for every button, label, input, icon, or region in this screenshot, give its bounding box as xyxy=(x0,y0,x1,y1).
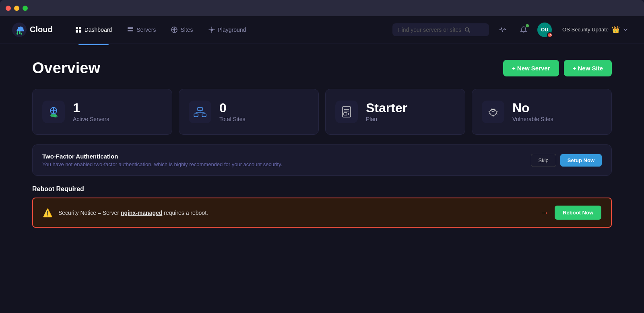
notification-btn[interactable] xyxy=(516,23,531,37)
nav-right: Find your servers or sites OU xyxy=(392,23,632,37)
total-sites-info: 0 Total Sites xyxy=(219,101,246,122)
window-chrome xyxy=(0,0,644,16)
network-icon xyxy=(192,104,208,119)
servers-icon xyxy=(127,27,134,33)
active-servers-icon-wrap xyxy=(42,101,65,123)
svg-point-33 xyxy=(490,109,496,115)
svg-rect-5 xyxy=(76,30,78,33)
svg-line-35 xyxy=(489,111,490,112)
nav-playground-label: Playground xyxy=(218,27,246,33)
svg-point-34 xyxy=(492,109,494,112)
svg-line-38 xyxy=(496,113,497,114)
vulnerable-icon-wrap xyxy=(482,101,504,123)
two-factor-desc: You have not enabled two-factor authenti… xyxy=(42,161,282,167)
svg-line-37 xyxy=(489,113,490,114)
vulnerable-info: No Vulnerable Sites xyxy=(512,101,553,122)
total-sites-icon-wrap xyxy=(189,101,211,123)
header-actions: + New Server + New Site xyxy=(503,60,612,76)
main-content: Overview + New Server + New Site xyxy=(0,43,644,244)
search-placeholder: Find your servers or sites xyxy=(398,27,461,33)
svg-rect-30 xyxy=(344,113,347,115)
playground-icon xyxy=(208,27,215,33)
notification-dot xyxy=(526,24,529,27)
chevron-down-icon xyxy=(623,27,628,32)
avatar-badge-text: TA xyxy=(548,33,552,36)
svg-rect-20 xyxy=(198,107,202,111)
total-sites-label: Total Sites xyxy=(219,116,246,122)
app-container: Cloud Dashboard Servers xyxy=(0,16,644,313)
logo[interactable]: Cloud xyxy=(12,23,53,37)
svg-point-13 xyxy=(211,29,213,31)
logo-text: Cloud xyxy=(30,25,53,34)
warning-icon: ⚠️ xyxy=(43,208,53,218)
avatar-initials: OU xyxy=(541,27,548,33)
reboot-section: Reboot Required ⚠️ Security Notice – Ser… xyxy=(32,185,612,228)
search-bar[interactable]: Find your servers or sites xyxy=(392,23,489,36)
svg-point-19 xyxy=(54,115,58,117)
svg-rect-21 xyxy=(194,114,198,117)
active-servers-info: 1 Active Servers xyxy=(73,101,109,122)
dot-maximize[interactable] xyxy=(23,6,28,11)
avatar-badge: TA xyxy=(547,32,553,38)
reboot-banner: ⚠️ Security Notice – Server nginx-manage… xyxy=(32,198,612,228)
os-update-label: OS Security Update xyxy=(562,27,609,33)
svg-point-9 xyxy=(132,28,132,29)
setup-now-button[interactable]: Setup Now xyxy=(560,154,602,167)
reboot-notice-text: Security Notice – Server nginx-managed r… xyxy=(58,210,208,216)
page-title: Overview xyxy=(32,60,100,77)
nav-dashboard-label: Dashboard xyxy=(85,27,112,33)
reboot-suffix: requires a reboot. xyxy=(162,210,208,216)
crown-icon: 👑 xyxy=(612,26,620,33)
new-server-label: + New Server xyxy=(512,65,550,72)
dot-minimize[interactable] xyxy=(14,6,19,11)
navbar: Cloud Dashboard Servers xyxy=(0,16,644,43)
new-site-label: + New Site xyxy=(573,65,603,72)
plan-icon-wrap xyxy=(335,101,358,123)
stat-card-vulnerable: No Vulnerable Sites xyxy=(472,89,612,135)
svg-rect-27 xyxy=(343,107,351,117)
vulnerable-number: No xyxy=(512,101,553,114)
total-sites-number: 0 xyxy=(219,101,246,114)
reboot-notice: ⚠️ Security Notice – Server nginx-manage… xyxy=(43,208,208,218)
reboot-actions: → Reboot Now xyxy=(540,206,601,220)
skip-button[interactable]: Skip xyxy=(531,154,556,167)
svg-rect-4 xyxy=(79,27,81,29)
vulnerable-label: Vulnerable Sites xyxy=(512,116,553,122)
stats-grid: 1 Active Servers xyxy=(32,89,612,135)
svg-point-10 xyxy=(132,30,132,31)
stat-card-plan: Starter Plan xyxy=(325,89,465,135)
two-factor-actions: Skip Setup Now xyxy=(531,154,602,167)
nav-item-servers[interactable]: Servers xyxy=(121,23,162,36)
server-name-link[interactable]: nginx-managed xyxy=(121,210,162,216)
avatar[interactable]: OU TA xyxy=(537,23,552,37)
nav-links: Dashboard Servers Sites xyxy=(69,23,392,36)
reboot-prefix: Security Notice – Server xyxy=(58,210,121,216)
nav-sites-label: Sites xyxy=(180,27,193,33)
reboot-now-button[interactable]: Reboot Now xyxy=(555,206,601,220)
os-update-btn[interactable]: OS Security Update 👑 xyxy=(558,23,632,36)
arrow-right-icon: → xyxy=(540,208,549,218)
globe-servers-icon xyxy=(46,104,61,119)
reboot-title: Reboot Required xyxy=(32,185,612,193)
svg-rect-3 xyxy=(76,27,78,29)
bug-icon xyxy=(486,105,500,119)
dot-close[interactable] xyxy=(6,6,11,11)
active-servers-label: Active Servers xyxy=(73,116,109,122)
svg-line-36 xyxy=(496,111,497,112)
plan-label: Plan xyxy=(366,116,407,122)
activity-icon-btn[interactable] xyxy=(495,23,510,37)
two-factor-title: Two-Factor Authentication xyxy=(42,153,282,160)
new-site-button[interactable]: + New Site xyxy=(564,60,612,76)
nav-item-playground[interactable]: Playground xyxy=(202,23,253,36)
search-icon xyxy=(464,27,470,33)
nav-item-dashboard[interactable]: Dashboard xyxy=(69,23,119,36)
nav-servers-label: Servers xyxy=(136,27,156,33)
two-factor-alert: Two-Factor Authentication You have not e… xyxy=(32,144,612,176)
new-server-button[interactable]: + New Server xyxy=(503,60,559,76)
svg-line-15 xyxy=(469,31,470,32)
dashboard-icon xyxy=(75,27,82,33)
stat-card-active-servers: 1 Active Servers xyxy=(32,89,172,135)
svg-point-1 xyxy=(17,33,18,35)
svg-rect-22 xyxy=(202,114,206,117)
nav-item-sites[interactable]: Sites xyxy=(165,23,199,36)
